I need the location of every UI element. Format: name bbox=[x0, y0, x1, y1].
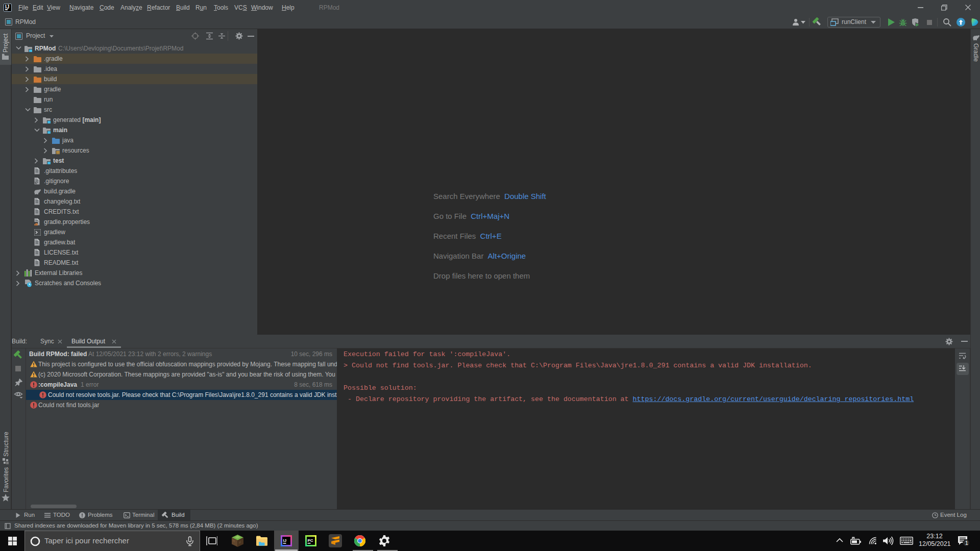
svg-text:PC: PC bbox=[308, 538, 313, 543]
svg-text:1: 1 bbox=[965, 540, 968, 546]
svg-text:IJ: IJ bbox=[283, 538, 287, 543]
